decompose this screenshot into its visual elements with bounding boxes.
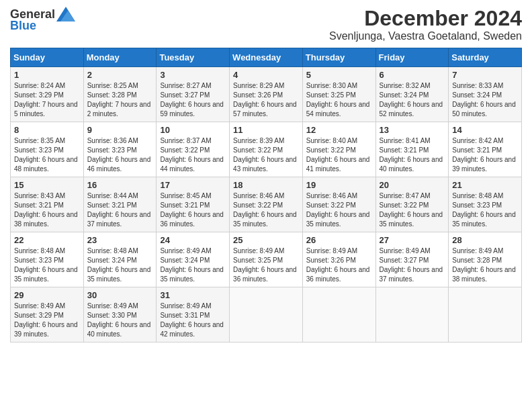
day-number: 20 xyxy=(380,180,445,190)
day-number: 5 xyxy=(306,70,372,80)
calendar-day-18: 18Sunrise: 8:46 AMSunset: 3:22 PMDayligh… xyxy=(230,177,303,232)
calendar-day-2: 2Sunrise: 8:25 AMSunset: 3:28 PMDaylight… xyxy=(83,67,157,122)
day-number: 25 xyxy=(233,235,299,245)
calendar-day-17: 17Sunrise: 8:45 AMSunset: 3:21 PMDayligh… xyxy=(157,177,230,232)
day-info: Sunrise: 8:48 AMSunset: 3:24 PMDaylight:… xyxy=(87,246,153,284)
calendar-day-1: 1Sunrise: 8:24 AMSunset: 3:29 PMDaylight… xyxy=(11,67,84,122)
sunset-text: Sunset: 3:22 PM xyxy=(306,146,372,155)
sunset-text: Sunset: 3:22 PM xyxy=(380,201,445,210)
daylight-text: Daylight: 6 hours and 52 minutes. xyxy=(380,100,445,119)
sunset-text: Sunset: 3:21 PM xyxy=(87,201,153,210)
calendar-day-21: 21Sunrise: 8:48 AMSunset: 3:23 PMDayligh… xyxy=(449,177,522,232)
subtitle: Svenljunga, Vaestra Goetaland, Sweden xyxy=(329,30,522,42)
day-info: Sunrise: 8:48 AMSunset: 3:23 PMDaylight:… xyxy=(452,191,518,229)
col-header-monday: Monday xyxy=(83,48,157,67)
sunset-text: Sunset: 3:23 PM xyxy=(14,146,80,155)
sunset-text: Sunset: 3:26 PM xyxy=(306,256,372,265)
day-info: Sunrise: 8:47 AMSunset: 3:22 PMDaylight:… xyxy=(380,191,445,229)
calendar-day-25: 25Sunrise: 8:49 AMSunset: 3:25 PMDayligh… xyxy=(230,232,303,287)
sunrise-text: Sunrise: 8:46 AM xyxy=(306,191,372,201)
calendar-day-10: 10Sunrise: 8:37 AMSunset: 3:22 PMDayligh… xyxy=(157,122,230,177)
sunrise-text: Sunrise: 8:49 AM xyxy=(380,246,445,256)
calendar-header-row: SundayMondayTuesdayWednesdayThursdayFrid… xyxy=(11,48,522,67)
daylight-text: Daylight: 6 hours and 48 minutes. xyxy=(14,155,80,174)
daylight-text: Daylight: 6 hours and 38 minutes. xyxy=(452,265,518,284)
calendar-day-14: 14Sunrise: 8:42 AMSunset: 3:21 PMDayligh… xyxy=(449,122,522,177)
calendar-day-16: 16Sunrise: 8:44 AMSunset: 3:21 PMDayligh… xyxy=(83,177,157,232)
daylight-text: Daylight: 6 hours and 35 minutes. xyxy=(87,265,153,284)
daylight-text: Daylight: 6 hours and 50 minutes. xyxy=(452,100,518,119)
logo-area: General Blue xyxy=(10,7,75,33)
empty-cell xyxy=(230,287,303,342)
col-header-tuesday: Tuesday xyxy=(157,48,230,67)
sunset-text: Sunset: 3:27 PM xyxy=(380,256,445,265)
sunset-text: Sunset: 3:22 PM xyxy=(233,146,299,155)
day-info: Sunrise: 8:46 AMSunset: 3:22 PMDaylight:… xyxy=(306,191,372,229)
daylight-text: Daylight: 6 hours and 36 minutes. xyxy=(160,210,226,229)
day-number: 1 xyxy=(14,70,80,80)
calendar-day-15: 15Sunrise: 8:43 AMSunset: 3:21 PMDayligh… xyxy=(11,177,84,232)
day-number: 31 xyxy=(160,290,226,300)
sunset-text: Sunset: 3:29 PM xyxy=(14,91,80,100)
calendar-day-4: 4Sunrise: 8:29 AMSunset: 3:26 PMDaylight… xyxy=(230,67,303,122)
day-number: 16 xyxy=(87,180,153,190)
sunset-text: Sunset: 3:28 PM xyxy=(87,91,153,100)
daylight-text: Daylight: 6 hours and 37 minutes. xyxy=(380,265,445,284)
day-info: Sunrise: 8:49 AMSunset: 3:27 PMDaylight:… xyxy=(380,246,445,284)
calendar-day-20: 20Sunrise: 8:47 AMSunset: 3:22 PMDayligh… xyxy=(375,177,449,232)
sunrise-text: Sunrise: 8:49 AM xyxy=(160,246,226,256)
calendar-day-26: 26Sunrise: 8:49 AMSunset: 3:26 PMDayligh… xyxy=(302,232,375,287)
sunrise-text: Sunrise: 8:32 AM xyxy=(380,81,445,91)
daylight-text: Daylight: 6 hours and 44 minutes. xyxy=(160,155,226,174)
day-info: Sunrise: 8:25 AMSunset: 3:28 PMDaylight:… xyxy=(87,81,153,119)
sunrise-text: Sunrise: 8:29 AM xyxy=(233,81,299,91)
sunrise-text: Sunrise: 8:24 AM xyxy=(14,81,80,91)
calendar-day-24: 24Sunrise: 8:49 AMSunset: 3:24 PMDayligh… xyxy=(157,232,230,287)
calendar-day-8: 8Sunrise: 8:35 AMSunset: 3:23 PMDaylight… xyxy=(11,122,84,177)
sunrise-text: Sunrise: 8:49 AM xyxy=(14,302,80,311)
calendar-day-6: 6Sunrise: 8:32 AMSunset: 3:24 PMDaylight… xyxy=(375,67,449,122)
sunrise-text: Sunrise: 8:41 AM xyxy=(380,136,445,146)
day-info: Sunrise: 8:41 AMSunset: 3:21 PMDaylight:… xyxy=(380,136,445,174)
sunset-text: Sunset: 3:24 PM xyxy=(380,91,445,100)
sunrise-text: Sunrise: 8:36 AM xyxy=(87,136,153,146)
day-number: 30 xyxy=(87,290,153,300)
day-info: Sunrise: 8:49 AMSunset: 3:29 PMDaylight:… xyxy=(14,302,80,339)
sunset-text: Sunset: 3:28 PM xyxy=(452,256,518,265)
calendar-day-30: 30Sunrise: 8:49 AMSunset: 3:30 PMDayligh… xyxy=(83,287,157,342)
sunrise-text: Sunrise: 8:48 AM xyxy=(87,246,153,256)
day-number: 29 xyxy=(14,290,80,300)
daylight-text: Daylight: 6 hours and 36 minutes. xyxy=(233,265,299,284)
daylight-text: Daylight: 7 hours and 5 minutes. xyxy=(14,100,80,119)
day-info: Sunrise: 8:39 AMSunset: 3:22 PMDaylight:… xyxy=(233,136,299,174)
daylight-text: Daylight: 6 hours and 42 minutes. xyxy=(160,320,226,339)
day-info: Sunrise: 8:36 AMSunset: 3:23 PMDaylight:… xyxy=(87,136,153,174)
day-number: 6 xyxy=(380,70,445,80)
day-info: Sunrise: 8:29 AMSunset: 3:26 PMDaylight:… xyxy=(233,81,299,119)
day-info: Sunrise: 8:49 AMSunset: 3:25 PMDaylight:… xyxy=(233,246,299,284)
daylight-text: Daylight: 6 hours and 43 minutes. xyxy=(233,155,299,174)
main-title: December 2024 xyxy=(329,7,522,30)
calendar-day-31: 31Sunrise: 8:49 AMSunset: 3:31 PMDayligh… xyxy=(157,287,230,342)
daylight-text: Daylight: 6 hours and 57 minutes. xyxy=(233,100,299,119)
sunset-text: Sunset: 3:23 PM xyxy=(14,256,80,265)
calendar-day-11: 11Sunrise: 8:39 AMSunset: 3:22 PMDayligh… xyxy=(230,122,303,177)
day-info: Sunrise: 8:35 AMSunset: 3:23 PMDaylight:… xyxy=(14,136,80,174)
day-info: Sunrise: 8:33 AMSunset: 3:24 PMDaylight:… xyxy=(452,81,518,119)
sunset-text: Sunset: 3:21 PM xyxy=(14,201,80,210)
sunrise-text: Sunrise: 8:39 AM xyxy=(233,136,299,146)
day-number: 19 xyxy=(306,180,372,190)
day-number: 9 xyxy=(87,125,153,135)
title-area: December 2024 Svenljunga, Vaestra Goetal… xyxy=(329,7,522,42)
day-number: 24 xyxy=(160,235,226,245)
day-info: Sunrise: 8:45 AMSunset: 3:21 PMDaylight:… xyxy=(160,191,226,229)
daylight-text: Daylight: 6 hours and 40 minutes. xyxy=(87,320,153,339)
sunset-text: Sunset: 3:29 PM xyxy=(14,311,80,320)
day-number: 21 xyxy=(452,180,518,190)
daylight-text: Daylight: 6 hours and 35 minutes. xyxy=(233,210,299,229)
daylight-text: Daylight: 6 hours and 59 minutes. xyxy=(160,100,226,119)
sunrise-text: Sunrise: 8:48 AM xyxy=(14,246,80,256)
sunrise-text: Sunrise: 8:42 AM xyxy=(452,136,518,146)
day-number: 13 xyxy=(380,125,445,135)
sunrise-text: Sunrise: 8:43 AM xyxy=(14,191,80,201)
